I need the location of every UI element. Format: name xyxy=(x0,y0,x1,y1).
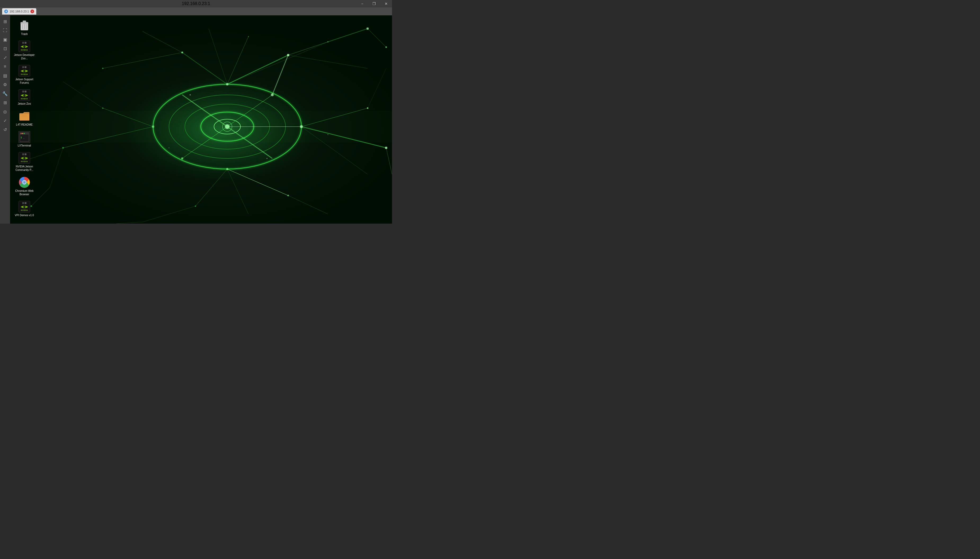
desktop-icon-chromium[interactable]: Chromium Web Browser xyxy=(13,175,36,197)
svg-point-76 xyxy=(24,71,25,71)
svg-point-83 xyxy=(21,133,22,134)
svg-text:$ _: $ _ xyxy=(21,136,25,139)
svg-point-40 xyxy=(385,147,387,149)
svg-point-48 xyxy=(226,83,228,85)
jetson-support-icon-image: NVIDIA xyxy=(18,64,31,77)
desktop-icon-vpi-demos[interactable]: NVIDIA VPI Demos v1.0 xyxy=(13,199,36,218)
nvidia-community-label: NVIDIA Jetson Community P... xyxy=(14,165,35,172)
svg-point-96 xyxy=(24,207,25,207)
wallpaper xyxy=(10,15,392,223)
svg-point-58 xyxy=(385,46,387,48)
link-icon[interactable]: ↺ xyxy=(1,126,9,134)
l4t-readme-icon-image xyxy=(18,110,31,122)
restore-button[interactable]: ❐ xyxy=(368,0,380,7)
svg-point-78 xyxy=(24,95,25,96)
jetson-zoo-label: Jetson Zoo xyxy=(18,102,31,106)
jetson-support-label: Jetson Support Forums xyxy=(14,78,35,84)
move-icon[interactable]: ⤢ xyxy=(1,53,9,61)
tab-label: 192.168.0.23:1 xyxy=(10,10,29,13)
display-icon[interactable]: ▣ xyxy=(1,35,9,43)
nvidia-community-icon-image: NVIDIA xyxy=(18,152,31,164)
jetson-dev-zoo-icon-image: NVIDIA xyxy=(18,40,31,53)
svg-point-35 xyxy=(181,52,183,53)
window-controls: − ❐ ✕ xyxy=(356,0,392,7)
menu-icon[interactable]: ≡ xyxy=(1,63,9,71)
trash-icon-image xyxy=(18,19,31,32)
left-toolbar: ⊞ ⛶ ▣ ⊡ ⤢ ≡ ▤ ⚙ 🔧 ⊞ ◎ ✓ ↺ xyxy=(0,15,10,223)
svg-point-38 xyxy=(102,68,104,69)
desktop-icon-nvidia-community[interactable]: NVIDIA NVIDIA Jetson Community P... xyxy=(13,150,36,173)
vpi-demos-label: VPI Demos v1.0 xyxy=(15,213,34,217)
l4t-readme-label: L4T-README xyxy=(16,123,33,126)
fullscreen-icon[interactable]: ⛶ xyxy=(1,26,9,35)
svg-rect-66 xyxy=(10,111,392,142)
svg-point-65 xyxy=(169,147,170,148)
svg-point-63 xyxy=(266,158,267,159)
chromium-label: Chromium Web Browser xyxy=(14,189,35,196)
desktop-icon-lxterminal[interactable]: $ _ LXTerminal xyxy=(13,129,36,148)
minimize-button[interactable]: − xyxy=(356,0,368,7)
jetson-zoo-icon-image: NVIDIA xyxy=(18,89,31,101)
camera-icon[interactable]: ◎ xyxy=(1,108,9,116)
trash-icon-label: Trash xyxy=(21,32,28,36)
desktop-icon-jetson-dev-zoo[interactable]: NVIDIA Jetson Developer Zoo... xyxy=(13,39,36,61)
chromium-icon-image xyxy=(18,176,31,189)
desktop-icon-jetson-zoo[interactable]: NVIDIA Jetson Zoo xyxy=(13,88,36,106)
title-bar-text: 192.168.0.23:1 xyxy=(182,1,210,6)
svg-rect-68 xyxy=(21,22,28,24)
desktop: Trash NVIDIA Jetson Develop xyxy=(10,15,392,223)
svg-point-39 xyxy=(367,107,368,109)
wrench-icon[interactable]: 🔧 xyxy=(1,89,9,98)
tab-bar: 🖥 192.168.0.23:1 × xyxy=(0,7,392,15)
expand-icon[interactable]: ⊞ xyxy=(1,18,9,25)
active-tab[interactable]: 🖥 192.168.0.23:1 × xyxy=(2,8,36,15)
svg-point-41 xyxy=(195,205,196,207)
svg-point-45 xyxy=(248,36,249,37)
title-bar: 192.168.0.23:1 − ❐ ✕ xyxy=(0,0,392,7)
jetson-dev-zoo-label: Jetson Developer Zoo... xyxy=(14,53,35,60)
svg-rect-79 xyxy=(22,115,27,116)
svg-point-88 xyxy=(24,158,25,159)
lxterminal-label: LXTerminal xyxy=(18,144,31,147)
check-icon[interactable]: ✓ xyxy=(1,117,9,124)
svg-point-62 xyxy=(190,94,191,95)
svg-point-43 xyxy=(62,147,64,149)
svg-point-44 xyxy=(102,108,104,109)
grid-icon[interactable]: ⊞ xyxy=(1,99,9,106)
svg-point-94 xyxy=(23,182,25,183)
lxterminal-icon-image: $ _ xyxy=(18,131,31,143)
svg-point-85 xyxy=(24,133,25,134)
tab-close-button[interactable]: × xyxy=(30,10,34,13)
svg-rect-69 xyxy=(23,21,26,22)
svg-point-84 xyxy=(22,133,23,134)
desktop-icon-l4t-readme[interactable]: L4T-README xyxy=(13,109,36,127)
svg-rect-80 xyxy=(21,116,27,117)
desktop-icon-jetson-support[interactable]: NVIDIA Jetson Support Forums xyxy=(13,63,36,86)
svg-point-47 xyxy=(181,157,183,159)
icon-column: Trash NVIDIA Jetson Develop xyxy=(13,18,36,218)
close-button[interactable]: ✕ xyxy=(380,0,392,7)
svg-point-74 xyxy=(24,46,25,47)
chat-icon[interactable]: ▤ xyxy=(1,71,9,79)
desktop-icon-trash[interactable]: Trash xyxy=(13,18,36,37)
settings-icon[interactable]: ⚙ xyxy=(1,81,9,88)
tab-favicon: 🖥 xyxy=(4,10,8,13)
vpi-demos-icon-image: NVIDIA xyxy=(18,200,31,213)
crop-icon[interactable]: ⊡ xyxy=(1,45,9,53)
